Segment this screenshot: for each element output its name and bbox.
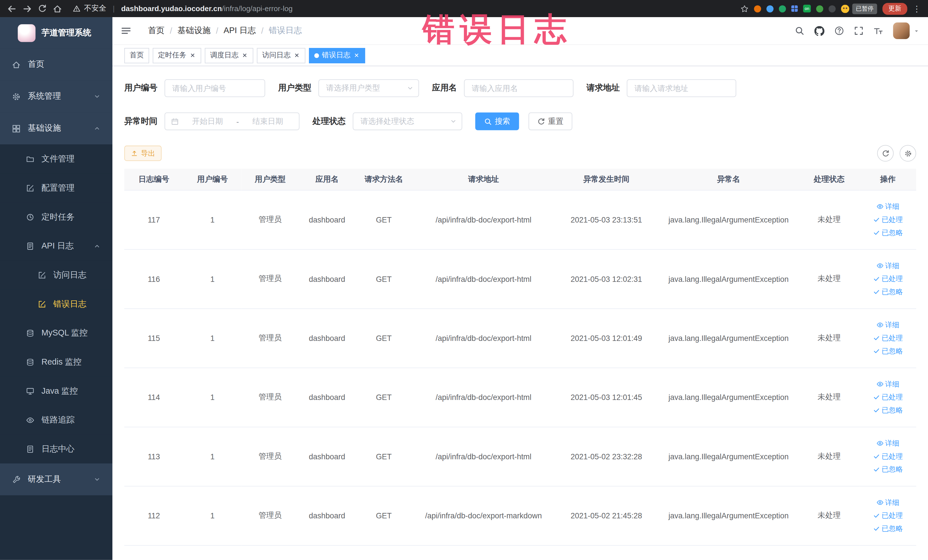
refresh-table-button[interactable]	[877, 145, 894, 162]
browser-forward-icon[interactable]	[23, 4, 32, 13]
sidebar-item-system[interactable]: 系统管理	[0, 81, 112, 112]
mark-processed-link[interactable]: 已处理	[862, 391, 914, 404]
extension-icon-orange[interactable]	[754, 5, 761, 12]
paused-badge[interactable]: 已暂停	[852, 3, 877, 14]
cell-request-url: /api/infra/db-doc/export-html	[412, 249, 554, 308]
tab-home[interactable]: 首页	[124, 48, 149, 63]
hamburger-icon[interactable]	[112, 25, 139, 36]
extension-icon-on-badge[interactable]: on	[803, 5, 811, 12]
close-icon[interactable]	[189, 52, 196, 59]
mark-processed-link[interactable]: 已处理	[862, 213, 914, 226]
cell-user-id: 1	[183, 249, 241, 308]
search-button[interactable]: 搜索	[475, 112, 519, 130]
mark-ignored-link[interactable]: 已忽略	[862, 404, 914, 417]
breadcrumb-item[interactable]: 首页	[148, 25, 165, 36]
bookmark-star-icon[interactable]	[740, 5, 749, 13]
close-icon[interactable]	[293, 52, 300, 59]
extension-icon-grid[interactable]	[791, 5, 798, 12]
sidebar-item-scheduled-jobs[interactable]: 定时任务	[0, 203, 112, 232]
export-button[interactable]: 导出	[124, 145, 162, 161]
github-icon[interactable]	[815, 26, 824, 36]
close-icon[interactable]	[241, 52, 248, 59]
sidebar-item-trace[interactable]: 链路追踪	[0, 405, 112, 435]
extension-icon-green-2[interactable]	[816, 5, 823, 12]
extension-icon-dark-paw[interactable]	[829, 5, 836, 12]
column-settings-button[interactable]	[899, 145, 916, 162]
close-icon[interactable]	[353, 52, 360, 59]
user-type-select[interactable]: 请选择用户类型	[318, 79, 419, 97]
tab-scheduler-log[interactable]: 调度日志	[205, 48, 253, 63]
font-size-icon[interactable]	[873, 26, 883, 35]
sidebar-item-config-manage[interactable]: 配置管理	[0, 174, 112, 203]
browser-reload-icon[interactable]	[38, 4, 47, 13]
browser-update-button[interactable]: 更新	[882, 3, 907, 14]
sidebar-item-api-log[interactable]: API 日志	[0, 231, 112, 261]
mark-ignored-link[interactable]: 已忽略	[862, 463, 914, 476]
detail-link-label: 详细	[885, 496, 899, 509]
cell-exception-name: java.lang.IllegalArgumentException	[658, 486, 799, 545]
mark-processed-link[interactable]: 已处理	[862, 450, 914, 463]
sidebar-item-java-monitor[interactable]: Java 监控	[0, 376, 112, 405]
browser-back-icon[interactable]	[7, 4, 17, 13]
detail-link[interactable]: 详细	[862, 496, 914, 509]
sidebar-item-file-manage[interactable]: 文件管理	[0, 144, 112, 174]
sidebar-item-redis-monitor[interactable]: Redis 监控	[0, 348, 112, 377]
address-bar[interactable]: 不安全 | dashboard.yudao.iocoder.cn/infra/l…	[73, 3, 734, 14]
extension-icon-green[interactable]	[779, 5, 786, 12]
cell-actions: 详细 已处理 已忽略	[859, 486, 916, 545]
breadcrumb-item[interactable]: 基础设施	[177, 25, 211, 36]
detail-link[interactable]: 详细	[862, 437, 914, 450]
mark-ignored-link[interactable]: 已忽略	[862, 344, 914, 357]
sidebar-item-mysql-monitor[interactable]: MySQL 监控	[0, 318, 112, 348]
col-exception-name: 异常名	[658, 169, 799, 190]
mark-processed-link[interactable]: 已处理	[862, 272, 914, 285]
app-name-input[interactable]	[464, 79, 574, 97]
extension-icon-smiley[interactable]	[841, 5, 849, 13]
mark-ignored-link[interactable]: 已忽略	[862, 285, 914, 298]
detail-link[interactable]: 详细	[862, 259, 914, 272]
tab-scheduled-jobs[interactable]: 定时任务	[153, 48, 201, 63]
help-question-icon[interactable]	[835, 26, 844, 35]
detail-link[interactable]: 详细	[862, 200, 914, 213]
app-title: 芋道管理系统	[41, 27, 91, 38]
sidebar-item-home[interactable]: 首页	[0, 49, 112, 81]
reset-button[interactable]: 重置	[529, 112, 572, 130]
breadcrumb-item[interactable]: API 日志	[224, 25, 256, 36]
sidebar-item-access-log[interactable]: 访问日志	[0, 261, 112, 290]
extension-icon-blue[interactable]	[766, 5, 774, 12]
sidebar-item-error-log[interactable]: 错误日志	[0, 289, 112, 318]
sidebar-item-dev-tools[interactable]: 研发工具	[0, 463, 112, 495]
sidebar-item-log-center[interactable]: 日志中心	[0, 435, 112, 464]
cell-actions: 详细 已处理 已忽略	[859, 190, 916, 249]
tab-access-log[interactable]: 访问日志	[257, 48, 305, 63]
filter-label: 处理状态	[312, 116, 345, 127]
filter-user-type: 用户类型 请选择用户类型	[278, 79, 419, 97]
cell-log-id: 117	[124, 190, 183, 249]
mark-processed-link[interactable]: 已处理	[862, 331, 914, 345]
mark-ignored-link[interactable]: 已忽略	[862, 226, 914, 240]
user-avatar-menu[interactable]	[893, 23, 920, 39]
cell-exception-time: 2021-05-02 21:45:28	[554, 486, 658, 545]
url-text: dashboard.yudao.iocoder.cn/infra/log/api…	[121, 5, 293, 13]
exception-time-range-picker[interactable]: 开始日期 - 结束日期	[165, 112, 299, 130]
table-row: 114 1 管理员 dashboard GET /api/infra/db-do…	[124, 368, 916, 426]
process-status-select[interactable]: 请选择处理状态	[353, 112, 462, 130]
col-user-id: 用户编号	[183, 169, 241, 190]
user-id-input[interactable]	[165, 79, 265, 97]
sidebar-item-infra[interactable]: 基础设施	[0, 112, 112, 144]
header-search-icon[interactable]	[795, 26, 804, 35]
browser-toolbar-right: on 已暂停 更新 ⋮	[740, 3, 921, 14]
tab-error-log[interactable]: 错误日志	[309, 48, 365, 63]
request-url-input[interactable]	[627, 79, 736, 97]
browser-menu-kebab-icon[interactable]: ⋮	[913, 5, 921, 13]
mark-ignored-link[interactable]: 已忽略	[862, 522, 914, 535]
app-logo[interactable]: 芋道管理系统	[0, 17, 112, 49]
fullscreen-icon[interactable]	[854, 26, 864, 35]
mark-processed-link[interactable]: 已处理	[862, 509, 914, 522]
edit-icon	[38, 300, 46, 308]
grid-icon	[12, 124, 21, 133]
detail-link[interactable]: 详细	[862, 378, 914, 391]
browser-home-icon[interactable]	[53, 4, 62, 13]
error-log-table: 日志编号 用户编号 用户类型 应用名 请求方法名 请求地址 异常发生时间 异常名…	[124, 169, 916, 545]
detail-link[interactable]: 详细	[862, 318, 914, 331]
